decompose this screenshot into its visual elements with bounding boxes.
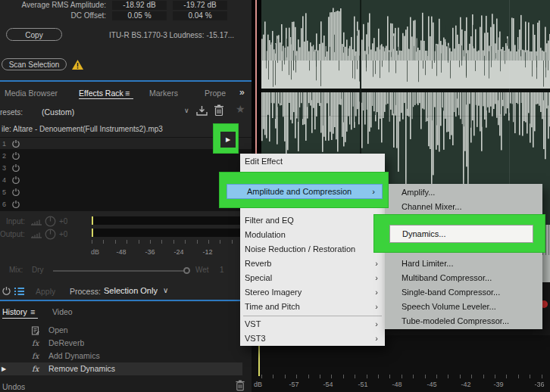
history-item-selected[interactable]: ▶ fx Remove Dynamics [0, 362, 242, 375]
rack-scale-label: -36 [145, 248, 155, 256]
preset-select[interactable]: (Custom) [42, 107, 74, 117]
input-level-meter [92, 216, 240, 225]
meter-tick-label: -48 [392, 381, 402, 388]
menu-item-noise-reduction[interactable]: Noise Reduction / Restoration [240, 242, 385, 257]
menu-item-vst3[interactable]: VST3› [240, 331, 385, 346]
rack-scale-label: -12 [202, 248, 212, 256]
history-item[interactable]: Open [0, 324, 242, 337]
menu-item-reverb[interactable]: Reverb› [240, 257, 385, 271]
slot-power-icon[interactable] [11, 139, 20, 148]
history-panel-menu-icon[interactable]: ≡ [30, 307, 35, 316]
input-gain-knob[interactable] [45, 216, 56, 227]
meter-tick-label: -36 [534, 381, 544, 388]
history-panel: History ≡ Video Open fx DeReverb fx Add … [0, 302, 252, 392]
output-gain-knob[interactable] [45, 229, 56, 240]
slot-power-icon[interactable] [11, 176, 20, 185]
submenu-item-multiband-compressor[interactable]: Multiband Compressor... [385, 271, 542, 285]
slot-effect-arrow-button[interactable]: ▶ [220, 132, 236, 148]
slot-number: 4 [2, 176, 6, 184]
submenu-arrow-icon: › [375, 331, 378, 346]
submenu-item-single-band-compressor[interactable]: Single-band Compressor... [385, 285, 542, 300]
tab-media-browser[interactable]: Media Browser [5, 89, 58, 98]
meter-tick-label: -54 [323, 381, 333, 388]
rack-db-label: dB [91, 248, 99, 256]
tab-overflow-icon[interactable]: » [239, 87, 245, 98]
tab-effects-rack[interactable]: Effects Rack [79, 89, 123, 98]
menu-item-modulation[interactable]: Modulation [240, 228, 385, 242]
mix-slider-knob[interactable] [183, 267, 190, 274]
amplitude-statistics-panel: Average RMS Amplitude: -18.92 dB -19.72 … [0, 0, 252, 80]
panel-focus-border-top [0, 80, 252, 82]
copy-button[interactable]: Copy [6, 28, 62, 41]
slot-power-icon[interactable] [11, 163, 20, 173]
submenu-item-hard-limiter[interactable]: Hard Limiter... [385, 257, 542, 271]
history-item-label: DeReverb [48, 337, 84, 350]
menu-item-time-and-pitch[interactable]: Time and Pitch› [240, 300, 385, 314]
panel-menu-icon[interactable]: ≡ [125, 89, 130, 98]
rack-power-icon[interactable] [2, 286, 11, 296]
process-label: Process: [70, 287, 101, 296]
selection-boundary-line [255, 0, 257, 159]
preset-dropdown-chevron-icon[interactable]: ∨ [184, 107, 189, 114]
menu-item-filter-and-eq[interactable]: Filter and EQ [240, 213, 385, 228]
stat-value: -19.72 dB [173, 1, 227, 10]
slot-power-icon[interactable] [11, 188, 20, 197]
meter-tick-label: -42 [461, 381, 470, 388]
favorite-star-icon[interactable]: ★ [236, 103, 245, 115]
submenu-item-tube-modeled-compressor[interactable]: Tube-modeled Compressor... [385, 314, 542, 328]
panel-focus-border-bottom [0, 300, 252, 301]
slot-number: 3 [2, 164, 6, 172]
submenu-item-speech-volume-leveler[interactable]: Speech Volume Leveler... [385, 300, 542, 314]
fx-icon: fx [32, 350, 39, 362]
meter-tick-label: -51 [358, 381, 367, 388]
delete-preset-trash-icon[interactable] [214, 104, 224, 117]
mix-wet-label: Wet [195, 266, 209, 274]
slot-power-icon[interactable] [11, 200, 20, 209]
submenu-item-channel-mixer[interactable]: Channel Mixer... [385, 200, 542, 214]
rack-list-toggle-icon[interactable] [14, 287, 25, 296]
meter-tick-label: -45 [427, 381, 436, 388]
mix-slider-track[interactable] [53, 270, 185, 272]
undos-label: Undos [2, 382, 25, 391]
effects-rack-panel: Media Browser Effects Rack ≡ Markers Pro… [0, 80, 252, 302]
input-meter-icon [30, 218, 42, 226]
slot-number: 5 [2, 188, 6, 196]
submenu-item-dynamics[interactable]: Dynamics... [389, 225, 533, 243]
submenu-item-amplify[interactable]: Amplify... [385, 185, 542, 200]
output-label: Output: [0, 230, 25, 238]
menu-item-stereo-imagery[interactable]: Stereo Imagery› [240, 285, 385, 300]
history-item[interactable]: fx DeReverb [0, 337, 242, 350]
process-select[interactable]: Selection Only [104, 286, 158, 295]
submenu-arrow-icon: › [375, 271, 378, 285]
slot-power-icon[interactable] [11, 151, 20, 160]
menu-item-amplitude-and-compression[interactable]: Amplitude and Compression › [227, 184, 383, 199]
tab-history[interactable]: History [2, 307, 27, 316]
current-state-cursor-icon: ▶ [2, 362, 6, 375]
submenu-arrow-icon: › [375, 257, 378, 271]
menu-item-special[interactable]: Special› [240, 271, 385, 285]
mix-label: Mix: [9, 266, 23, 274]
apply-button[interactable]: Apply [36, 287, 55, 296]
warning-icon [71, 59, 84, 70]
meter-tick-strip [261, 375, 548, 378]
tab-properties[interactable]: Prope [205, 89, 226, 98]
save-preset-icon[interactable] [195, 105, 208, 117]
scan-selection-button[interactable]: Scan Selection [2, 58, 67, 70]
slot-number: 6 [2, 201, 6, 208]
meter-tick-label: -39 [493, 381, 503, 388]
tab-video[interactable]: Video [52, 307, 73, 316]
history-item[interactable]: fx Add Dynamics [0, 350, 242, 362]
history-item-label: Open [48, 324, 68, 337]
process-chevron-icon[interactable]: ∨ [163, 286, 168, 294]
menu-item-vst[interactable]: VST› [240, 317, 385, 331]
menu-item-edit-effect[interactable]: Edit Effect [240, 154, 385, 169]
meter-db-label: dB [254, 381, 262, 388]
mix-wet-value: 1 [220, 266, 224, 274]
stat-row-label: DC Offset: [0, 11, 106, 20]
document-icon [31, 326, 40, 335]
meter-tick-label: -57 [289, 381, 298, 388]
play-triangle-icon: ▶ [226, 136, 230, 143]
tab-markers[interactable]: Markers [149, 89, 178, 98]
slot-number: 2 [2, 152, 6, 160]
clear-history-trash-icon[interactable] [235, 380, 245, 391]
